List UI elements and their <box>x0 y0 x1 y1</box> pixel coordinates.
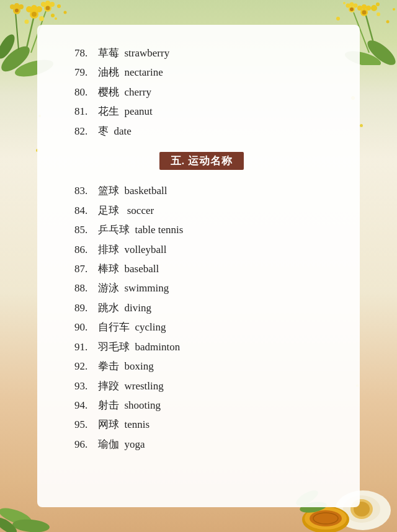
list-item: 80. 樱桃 cherry <box>74 82 329 102</box>
svg-point-23 <box>51 14 55 17</box>
svg-point-26 <box>55 17 57 20</box>
list-item: 84. 足球 soccer <box>74 201 329 220</box>
item-text: 羽毛球 badminton <box>98 337 180 357</box>
list-item: 96. 瑜伽 yoga <box>74 435 329 454</box>
item-text: 射击 shooting <box>98 396 161 415</box>
list-item: 90. 自行车 cycling <box>74 317 329 337</box>
svg-point-19 <box>14 3 19 8</box>
svg-point-12 <box>41 2 46 7</box>
svg-point-9 <box>31 5 37 11</box>
item-number: 87. <box>74 259 98 278</box>
svg-point-22 <box>25 20 29 24</box>
item-text: 游泳 swimming <box>98 278 169 298</box>
list-item: 91. 羽毛球 badminton <box>74 337 329 357</box>
svg-point-15 <box>46 6 50 11</box>
item-number: 78. <box>74 43 98 63</box>
svg-point-21 <box>39 16 44 21</box>
svg-point-33 <box>366 6 371 11</box>
item-text: 拳击 boxing <box>98 357 154 376</box>
item-number: 82. <box>74 122 98 141</box>
list-item: 93. 摔跤 wrestling <box>74 376 329 396</box>
list-item: 81. 花生 peanut <box>74 102 329 121</box>
list-item: 88. 游泳 swimming <box>74 278 329 298</box>
list-item: 94. 射击 shooting <box>74 396 329 415</box>
svg-point-42 <box>376 2 380 6</box>
svg-point-37 <box>346 4 350 8</box>
list-item: 87. 棒球 baseball <box>74 259 329 278</box>
svg-point-13 <box>50 2 55 7</box>
item-text: 跳水 diving <box>98 298 151 317</box>
list-item: 85. 乒乓球 table tennis <box>74 220 329 239</box>
item-number: 86. <box>74 240 98 259</box>
list-item: 78. 草莓 strawberry <box>74 43 329 63</box>
svg-line-5 <box>16 12 19 50</box>
svg-point-47 <box>343 2 346 4</box>
svg-point-20 <box>15 9 19 12</box>
list-item: 79. 油桃 nectarine <box>74 63 329 82</box>
item-text: 自行车 cycling <box>98 317 166 337</box>
svg-point-41 <box>371 5 377 11</box>
item-text: 网球 tennis <box>98 415 149 434</box>
sports-list: 83. 篮球 basketball 84. 足球 soccer 85. 乒乓球 … <box>74 181 329 454</box>
item-number: 95. <box>74 415 98 434</box>
list-item: 82. 枣 date <box>74 122 329 141</box>
svg-point-46 <box>393 8 395 11</box>
svg-point-24 <box>57 4 61 8</box>
list-item: 95. 网球 tennis <box>74 415 329 434</box>
list-item: 92. 拳击 boxing <box>74 357 329 376</box>
item-text: 枣 date <box>98 122 132 141</box>
fruit-list: 78. 草莓 strawberry 79. 油桃 nectarine 80. 樱… <box>74 43 329 141</box>
item-number: 80. <box>74 82 98 102</box>
item-text: 摔跤 wrestling <box>98 376 164 396</box>
svg-point-38 <box>354 4 358 8</box>
item-number: 79. <box>74 63 98 82</box>
item-text: 足球 soccer <box>98 201 154 220</box>
svg-point-43 <box>377 12 380 16</box>
item-number: 85. <box>74 220 98 239</box>
list-item: 89. 跳水 diving <box>74 298 329 317</box>
list-item: 83. 篮球 basketball <box>74 181 329 200</box>
item-number: 88. <box>74 278 98 298</box>
item-number: 84. <box>74 201 98 220</box>
content-card: 78. 草莓 strawberry 79. 油桃 nectarine 80. 樱… <box>37 25 360 507</box>
item-text: 篮球 basketball <box>98 181 167 200</box>
section-header-sports: 五. 运动名称 <box>74 152 329 170</box>
svg-point-32 <box>357 6 362 11</box>
item-text: 排球 volleyball <box>98 240 166 259</box>
item-number: 81. <box>74 102 98 121</box>
svg-point-44 <box>336 17 340 20</box>
svg-point-35 <box>362 11 367 15</box>
item-number: 96. <box>74 435 98 454</box>
svg-point-40 <box>350 7 354 11</box>
item-number: 91. <box>74 337 98 357</box>
section-title: 五. 运动名称 <box>159 152 244 170</box>
dot-decoration-2 <box>360 124 363 127</box>
svg-point-14 <box>45 1 50 6</box>
svg-point-45 <box>386 20 390 24</box>
svg-point-39 <box>350 2 354 7</box>
list-item: 86. 排球 volleyball <box>74 240 329 259</box>
item-text: 乒乓球 table tennis <box>98 220 183 239</box>
svg-point-10 <box>32 12 37 17</box>
svg-point-25 <box>64 11 67 14</box>
item-number: 83. <box>74 181 98 200</box>
item-number: 90. <box>74 317 98 337</box>
item-text: 瑜伽 yoga <box>98 435 145 454</box>
item-text: 樱桃 cherry <box>98 82 151 102</box>
svg-point-18 <box>19 4 24 9</box>
item-text: 草莓 strawberry <box>98 43 169 63</box>
item-text: 花生 peanut <box>98 102 153 121</box>
item-number: 94. <box>74 396 98 415</box>
item-number: 89. <box>74 298 98 317</box>
item-text: 棒球 baseball <box>98 259 159 278</box>
svg-point-17 <box>10 4 15 9</box>
svg-point-34 <box>362 4 367 9</box>
item-text: 油桃 nectarine <box>98 63 163 82</box>
item-number: 92. <box>74 357 98 376</box>
item-number: 93. <box>74 376 98 396</box>
